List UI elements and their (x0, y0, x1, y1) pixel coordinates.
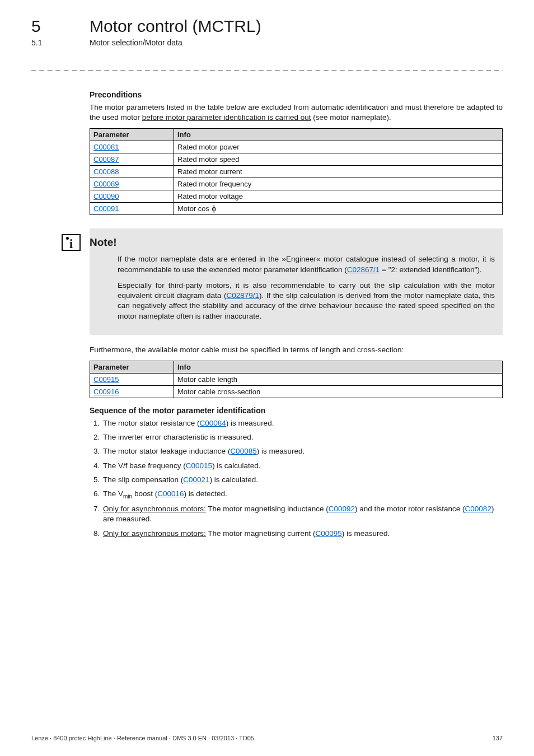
param-link[interactable]: C00915 (93, 375, 119, 384)
table-row: C00090Rated motor voltage (90, 190, 503, 203)
list-item: The slip compensation (C00021) is calcul… (102, 475, 503, 485)
text: ) and the motor rotor resistance ( (355, 505, 465, 513)
note-paragraph: Especially for third-party motors, it is… (118, 281, 495, 321)
text-underline: Only for asynchronous motors: (103, 529, 206, 538)
text-underline: before motor parameter identification is… (142, 113, 311, 122)
list-item: The Vmin boost (C00016) is detected. (102, 489, 503, 500)
table-header-row: Parameter Info (90, 129, 503, 141)
table-row: C00089Rated motor frequency (90, 178, 503, 190)
sequence-heading: Sequence of the motor parameter identifi… (90, 406, 503, 415)
list-item: The V/f base frequency (C00015) is calcu… (102, 461, 503, 471)
param-info: Rated motor current (174, 166, 503, 178)
param-info: Motor cos ϕ (174, 203, 503, 215)
cable-table: Parameter Info C00915Motor cable length … (90, 361, 503, 398)
table-row: C00915Motor cable length (90, 373, 503, 385)
param-info: Rated motor frequency (174, 178, 503, 190)
param-link[interactable]: C00090 (93, 192, 119, 200)
list-item: The motor stator resistance (C00084) is … (102, 418, 503, 428)
param-link[interactable]: C02879/1 (226, 291, 259, 300)
param-info: Motor cable length (174, 373, 503, 385)
info-icon: i (62, 234, 81, 251)
param-link[interactable]: C00091 (93, 204, 119, 213)
footer-text: Lenze · 8400 protec HighLine · Reference… (31, 735, 254, 741)
chapter-header: 5 Motor control (MCTRL) (31, 17, 503, 36)
chapter-number: 5 (31, 17, 65, 36)
param-link[interactable]: C00089 (93, 180, 119, 188)
text: ) is measured. (226, 419, 274, 427)
text: ) is measured. (257, 447, 305, 455)
sequence-list: The motor stator resistance (C00084) is … (90, 418, 503, 539)
param-link[interactable]: C00085 (230, 447, 256, 455)
text: The motor stator resistance ( (103, 419, 200, 427)
param-info: Rated motor voltage (174, 190, 503, 203)
param-link[interactable]: C00021 (183, 475, 209, 484)
param-info: Motor cable cross-section (174, 385, 503, 398)
subscript: min (123, 493, 132, 500)
preconditions-heading: Preconditions (90, 90, 503, 99)
table-row: C00081Rated motor power (90, 141, 503, 153)
col-info: Info (174, 129, 503, 141)
list-item: The inverter error characteristic is mea… (102, 432, 503, 442)
text-underline: Only for asynchronous motors: (103, 505, 206, 513)
text: ) is detected. (184, 489, 227, 498)
param-link[interactable]: C00082 (465, 505, 491, 513)
text: The motor magnetising inductance ( (206, 505, 329, 513)
param-info: Rated motor power (174, 141, 503, 153)
col-parameter: Parameter (90, 129, 174, 141)
preconditions-table: Parameter Info C00081Rated motor power C… (90, 128, 503, 215)
table-row: C00087Rated motor speed (90, 153, 503, 166)
page-number: 137 (493, 735, 503, 741)
param-info: Rated motor speed (174, 153, 503, 166)
text: = "2: extended identification"). (380, 265, 482, 274)
param-link[interactable]: C00084 (200, 419, 226, 427)
text: ) is calculated. (212, 461, 260, 470)
table-row: C00916Motor cable cross-section (90, 385, 503, 398)
note-title: Note! (90, 236, 117, 249)
text: ) is measured. (342, 529, 390, 538)
list-item: Only for asynchronous motors: The motor … (102, 504, 503, 524)
chapter-title: Motor control (MCTRL) (90, 17, 261, 36)
note-paragraph: If the motor nameplate data are entered … (118, 254, 495, 274)
text: The V/f base frequency ( (103, 461, 186, 470)
section-number: 5.1 (31, 38, 65, 47)
page-footer: Lenze · 8400 protec HighLine · Reference… (31, 735, 503, 741)
divider: _ _ _ _ _ _ _ _ _ _ _ _ _ _ _ _ _ _ _ _ … (31, 62, 503, 71)
col-parameter: Parameter (90, 361, 174, 373)
text: ) is calculated. (210, 475, 258, 484)
text: The slip compensation ( (103, 475, 183, 484)
list-item: The motor stator leakage inductance (C00… (102, 446, 503, 456)
param-link[interactable]: C00092 (329, 505, 355, 513)
param-link[interactable]: C00088 (93, 167, 119, 176)
preconditions-text: The motor parameters listed in the table… (90, 102, 503, 123)
table-row: C00091Motor cos ϕ (90, 203, 503, 215)
note-box: i Note! If the motor nameplate data are … (90, 228, 503, 334)
param-link[interactable]: C00095 (315, 529, 341, 538)
param-link[interactable]: C02867/1 (347, 265, 380, 274)
param-link[interactable]: C00081 (93, 143, 119, 151)
section-header: 5.1 Motor selection/Motor data (31, 38, 503, 47)
text: The motor magnetising current ( (206, 529, 316, 538)
text: The V (103, 489, 123, 498)
section-title: Motor selection/Motor data (90, 38, 182, 47)
list-item: Only for asynchronous motors: The motor … (102, 529, 503, 539)
param-link[interactable]: C00016 (157, 489, 184, 498)
text: boost ( (132, 489, 157, 498)
param-link[interactable]: C00916 (93, 388, 119, 396)
table-row: C00088Rated motor current (90, 166, 503, 178)
text: (see motor nameplate). (311, 113, 391, 122)
param-link[interactable]: C00087 (93, 155, 119, 164)
col-info: Info (174, 361, 503, 373)
table-header-row: Parameter Info (90, 361, 503, 373)
param-link[interactable]: C00015 (186, 461, 212, 470)
cable-intro: Furthermore, the available motor cable m… (90, 345, 503, 355)
text: The motor stator leakage inductance ( (103, 447, 230, 455)
